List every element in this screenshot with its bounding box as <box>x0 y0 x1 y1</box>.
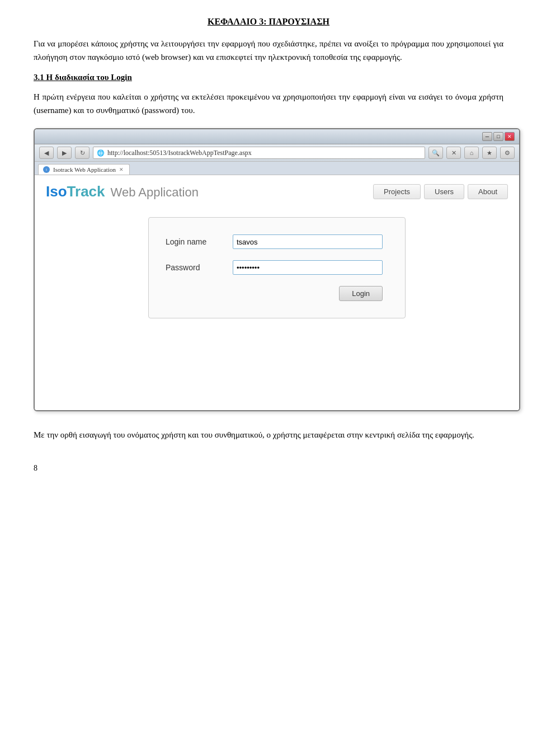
password-input[interactable] <box>233 260 383 275</box>
browser-window: ─ □ ✕ ◀ ▶ ↻ 🌐 http://localhost:50513/Iso… <box>34 128 520 411</box>
address-favicon: 🌐 <box>97 149 105 157</box>
page-number: 8 <box>34 464 503 473</box>
browser-navbar: ◀ ▶ ↻ 🌐 http://localhost:50513/IsotrackW… <box>35 144 519 162</box>
tab-close-button[interactable]: ✕ <box>119 167 124 172</box>
logo-iso-text: Iso <box>46 183 67 200</box>
logo-subtitle-text: Web Application <box>111 185 199 200</box>
tab-favicon-icon: i <box>43 166 50 173</box>
section-title: 3.1 Η διαδικασία του Login <box>34 73 503 82</box>
logo-track-text: Track <box>67 183 105 200</box>
home-button[interactable]: ⌂ <box>464 147 479 159</box>
minimize-button[interactable]: ─ <box>482 132 492 141</box>
password-row: Password <box>166 260 383 275</box>
section-body-paragraph: Η πρώτη ενέργεια που καλείται ο χρήστης … <box>34 90 503 117</box>
login-button[interactable]: Login <box>339 286 383 301</box>
projects-nav-button[interactable]: Projects <box>373 184 421 199</box>
address-url: http://localhost:50513/IsotrackWebAppTes… <box>107 149 252 157</box>
forward-button[interactable]: ▶ <box>57 147 72 159</box>
window-controls[interactable]: ─ □ ✕ <box>482 132 515 141</box>
about-nav-button[interactable]: About <box>468 184 508 199</box>
close-button[interactable]: ✕ <box>505 132 515 141</box>
back-button[interactable]: ◀ <box>39 147 54 159</box>
intro-paragraph: Για να μπορέσει κάποιος χρήστης να λειτο… <box>34 37 503 64</box>
app-header: IsoTrack Web Application Projects Users … <box>46 183 508 200</box>
tab-label: Isotrack Web Application <box>53 166 116 173</box>
footer-paragraph: Με την ορθή εισαγωγή του ονόματος χρήστη… <box>34 428 503 442</box>
login-name-row: Login name <box>166 234 383 249</box>
refresh-button[interactable]: ↻ <box>75 147 90 159</box>
users-nav-button[interactable]: Users <box>424 184 464 199</box>
tools-button[interactable]: ⚙ <box>500 147 515 159</box>
app-logo: IsoTrack Web Application <box>46 183 199 200</box>
login-form-container: Login name Password Login <box>148 217 406 318</box>
chapter-title: ΚΕΦΑΛΑΙΟ 3: ΠΑΡΟΥΣΙΑΣΗ <box>34 17 503 27</box>
tabs-bar: i Isotrack Web Application ✕ <box>35 162 519 175</box>
login-name-input[interactable] <box>233 234 383 249</box>
active-tab[interactable]: i Isotrack Web Application ✕ <box>38 164 130 175</box>
login-name-label: Login name <box>166 237 233 246</box>
app-content-area: IsoTrack Web Application Projects Users … <box>35 175 519 410</box>
favorites-button[interactable]: ★ <box>482 147 497 159</box>
browser-titlebar: ─ □ ✕ <box>35 129 519 144</box>
address-bar[interactable]: 🌐 http://localhost:50513/IsotrackWebAppT… <box>93 147 425 159</box>
maximize-button[interactable]: □ <box>493 132 503 141</box>
search-button[interactable]: 🔍 <box>428 147 443 159</box>
form-actions: Login <box>166 286 383 301</box>
app-navigation: Projects Users About <box>373 184 508 199</box>
password-label: Password <box>166 263 233 272</box>
nav-action-1[interactable]: ✕ <box>446 147 461 159</box>
